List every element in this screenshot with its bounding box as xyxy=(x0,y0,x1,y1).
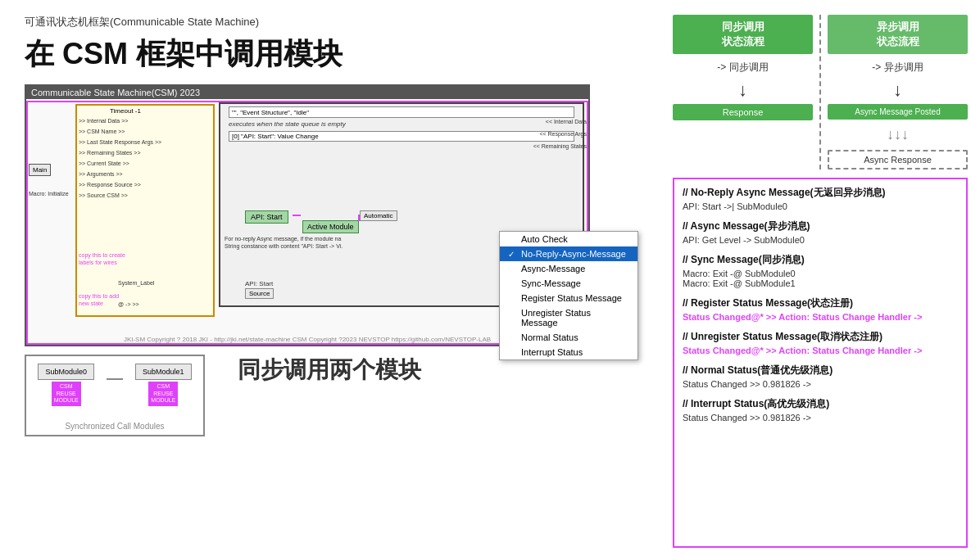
context-menu: Auto Check✓No-Reply-Async-MessageAsync-M… xyxy=(499,231,638,360)
timeout-label: Timeout -1 xyxy=(110,107,141,115)
submodule0-box: SubModule0 xyxy=(38,364,94,380)
bottom-section: SubModule0 CSMREUSEMODULE SubModule1 CSM… xyxy=(25,355,648,436)
right-panel: 同步调用状态流程 -> 同步调用 ↓ Response 异步调用状态流程 -> … xyxy=(665,0,980,556)
event-structure-dropdown[interactable]: "", "Event Structure", "Idle" xyxy=(229,106,574,118)
info-item-title: // Interrupt Status(高优先级消息) xyxy=(683,397,958,411)
async-flow-column: 异步调用状态流程 -> 异步调用 ↓ Async Message Posted … xyxy=(821,15,968,170)
context-menu-item[interactable]: Auto Check xyxy=(500,232,637,246)
info-item-detail: Macro: Exit -@ SubModule0Macro: Exit -@ … xyxy=(683,269,958,288)
context-menu-items: Auto Check✓No-Reply-Async-MessageAsync-M… xyxy=(500,232,637,359)
menu-item-label: Normal Status xyxy=(521,332,578,342)
page-main-title: 在 CSM 框架中调用模块 xyxy=(25,34,648,75)
response-args-right: << Response Args xyxy=(539,131,587,137)
context-menu-item[interactable]: Interrupt Status xyxy=(500,345,637,359)
last-state-label: >> Last State Response Args >> xyxy=(79,139,161,145)
async-down-arrow: ↓ xyxy=(893,81,902,99)
api-dropdown[interactable]: [0] "API: Start": Value Change xyxy=(229,131,574,142)
sync-flow-header: 同步调用状态流程 xyxy=(673,15,813,54)
menu-item-label: No-Reply-Async-Message xyxy=(521,249,626,259)
info-item-detail: Status Changed >> 0.981826 -> xyxy=(683,413,958,423)
context-menu-item[interactable]: ✓No-Reply-Async-Message xyxy=(500,246,637,261)
sync-call-title: 同步调用两个模块 xyxy=(238,355,421,386)
info-item-detail: Status Changed@* >> Action: Status Chang… xyxy=(683,312,958,322)
menu-item-label: Auto Check xyxy=(521,234,568,244)
csm-diagram: Communicable State Machine(CSM) 2023 Mai… xyxy=(25,84,590,346)
api-start-bottom: API: Start xyxy=(245,280,273,287)
csm-block-1: CSMREUSEMODULE xyxy=(148,382,178,405)
async-arrow-label: -> 异步调用 xyxy=(872,61,923,75)
info-item: // Normal Status(普通优先级消息)Status Changed … xyxy=(683,364,958,389)
info-item-title: // Register Status Message(状态注册) xyxy=(683,296,958,310)
automatic-box[interactable]: Automatic xyxy=(360,210,397,221)
main-label: Main xyxy=(29,164,51,176)
sync-arrow-label: -> 同步调用 xyxy=(717,61,768,75)
api-start-box: API: Start xyxy=(245,210,288,224)
info-item-title: // Sync Message(同步消息) xyxy=(683,253,958,267)
arguments-label: >> Arguments >> xyxy=(79,171,123,177)
csm-name-label: >> CSM Name >> xyxy=(79,129,125,134)
internal-data-label: >> Internal Data >> xyxy=(79,118,128,124)
submodule-diagram: SubModule0 CSMREUSEMODULE SubModule1 CSM… xyxy=(25,355,205,436)
async-flow-header: 异步调用状态流程 xyxy=(828,15,968,54)
info-item-detail: Status Changed >> 0.981826 -> xyxy=(683,379,958,389)
submodule-inner: SubModule0 CSMREUSEMODULE SubModule1 CSM… xyxy=(26,356,203,414)
info-item: // Interrupt Status(高优先级消息)Status Change… xyxy=(683,397,958,423)
context-menu-item[interactable]: Async-Message xyxy=(500,261,637,276)
macro-label: Macro: Initialize xyxy=(29,191,69,197)
info-item-detail: Status Changed@* >> Action: Status Chang… xyxy=(683,346,958,355)
info-item-title: // Async Message(异步消息) xyxy=(683,219,958,233)
submodule1-box: SubModule1 xyxy=(135,364,192,380)
info-item-title: // Normal Status(普通优先级消息) xyxy=(683,364,958,377)
copy-state: copy this to addnew state xyxy=(79,292,119,307)
source-label: Source xyxy=(245,288,274,299)
sync-call-label: Synchronized Call Modules xyxy=(26,422,203,431)
response-source-label: >> Response Source >> xyxy=(79,182,141,188)
active-module-box: Active Module xyxy=(302,220,359,233)
async-posted-step: Async Message Posted xyxy=(828,104,968,120)
info-item-detail: API: Start ->| SubModule0 xyxy=(683,201,958,211)
menu-item-label: Sync-Message xyxy=(521,278,581,288)
source-csm-label: >> Source CSM >> xyxy=(79,192,128,198)
sync-down-arrow: ↓ xyxy=(738,81,747,99)
info-item-title: // No-Reply Async Message(无返回异步消息) xyxy=(683,186,958,200)
diagram-title: Communicable State Machine(CSM) 2023 xyxy=(26,86,588,99)
info-item-detail: API: Get Level -> SubModule0 xyxy=(683,235,958,245)
async-response-step: Async Response xyxy=(828,150,968,170)
info-item: // Unregister Status Message(取消状态注册)Stat… xyxy=(683,330,958,355)
context-menu-item[interactable]: Register Status Message xyxy=(500,291,637,305)
info-item: // Sync Message(同步消息)Macro: Exit -@ SubM… xyxy=(683,253,958,288)
system-label: System_Label xyxy=(118,279,154,287)
for-note: For no-reply Async message, if the modul… xyxy=(225,235,356,250)
sync-flow-column: 同步调用状态流程 -> 同步调用 ↓ Response xyxy=(673,15,821,170)
highlight-text: Status Changed@* >> Action: Status Chang… xyxy=(683,346,922,355)
info-box: // No-Reply Async Message(无返回异步消息)API: S… xyxy=(673,178,968,548)
csm-block-0: CSMREUSEMODULE xyxy=(52,382,81,405)
response-step: Response xyxy=(673,104,813,120)
remaining-states-right: << Remaining States xyxy=(533,143,587,149)
context-menu-item[interactable]: Sync-Message xyxy=(500,276,637,291)
current-state-label: >> Current State >> xyxy=(79,160,129,166)
highlight-text: Status Changed@* >> Action: Status Chang… xyxy=(683,312,922,322)
info-item: // No-Reply Async Message(无返回异步消息)API: S… xyxy=(683,186,958,211)
executes-label: executes when the state queue is empty xyxy=(229,120,346,128)
info-item: // Register Status Message(状态注册)Status C… xyxy=(683,296,958,322)
menu-item-label: Interrupt Status xyxy=(521,347,583,357)
menu-item-label: Async-Message xyxy=(521,264,585,273)
menu-item-label: Unregister Status Message xyxy=(521,308,629,328)
at-arrow: @ -> >> xyxy=(118,301,139,307)
menu-item-label: Register Status Message xyxy=(521,293,622,303)
flow-boxes: 同步调用状态流程 -> 同步调用 ↓ Response 异步调用状态流程 -> … xyxy=(673,15,968,170)
remaining-states-label: >> Remaining States >> xyxy=(79,150,141,156)
context-menu-item[interactable]: Normal Status xyxy=(500,330,637,345)
internal-data-right: << Internal Data xyxy=(546,119,587,124)
info-item: // Async Message(异步消息)API: Get Level -> … xyxy=(683,219,958,245)
checkmark-icon: ✓ xyxy=(508,250,518,259)
info-item-title: // Unregister Status Message(取消状态注册) xyxy=(683,330,958,344)
context-menu-item[interactable]: Unregister Status Message xyxy=(500,305,637,330)
page-subtitle: 可通讯状态机框架(Communicable State Machine) xyxy=(25,15,648,29)
copy-labels: copy this to createlabels for wires xyxy=(79,251,125,266)
